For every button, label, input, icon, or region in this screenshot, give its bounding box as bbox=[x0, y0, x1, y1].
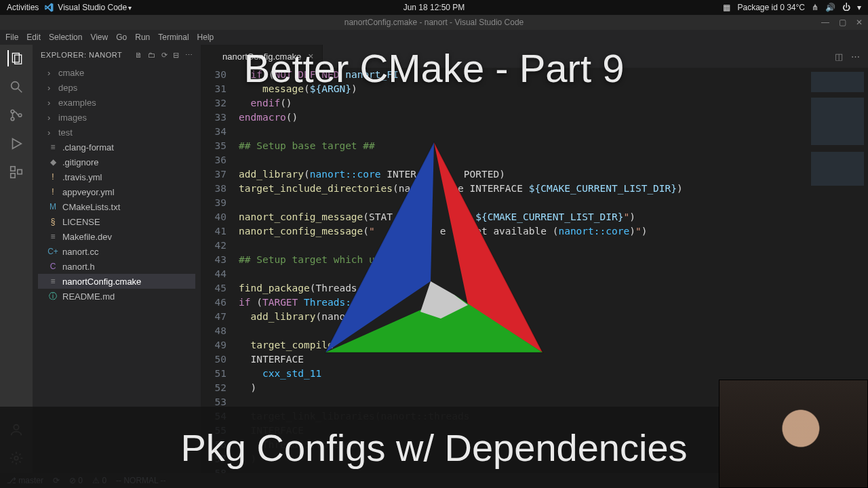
errors-indicator[interactable]: ⊘ 0 bbox=[69, 476, 83, 485]
menu-view[interactable]: View bbox=[90, 33, 108, 42]
split-editor-icon[interactable]: ◫ bbox=[835, 52, 843, 62]
window-title-text: nanortConfig.cmake - nanort - Visual Stu… bbox=[344, 18, 524, 27]
activity-explorer-icon[interactable] bbox=[7, 50, 24, 66]
new-folder-icon[interactable]: 🗀 bbox=[148, 51, 156, 60]
window-close-button[interactable]: ✕ bbox=[856, 18, 863, 27]
vim-mode-indicator: -- NORMAL -- bbox=[116, 476, 166, 485]
network-icon[interactable]: ⋔ bbox=[812, 3, 818, 12]
menu-bar[interactable]: FileEditSelectionViewGoRunTerminalHelp bbox=[0, 30, 868, 45]
editor-area: nanortConfig.cmake × ◫ ⋯ 303132333435363… bbox=[201, 45, 868, 473]
activity-run-debug-icon[interactable] bbox=[8, 136, 24, 152]
menu-selection[interactable]: Selection bbox=[49, 33, 82, 42]
code-editor[interactable]: 3031323334353637383940414243444546474849… bbox=[201, 68, 868, 473]
svg-marker-7 bbox=[13, 139, 22, 149]
collapse-all-icon[interactable]: ⊟ bbox=[173, 51, 180, 60]
active-app-menu[interactable]: Visual Studio Code bbox=[44, 3, 132, 12]
file-Makefile-dev[interactable]: ≡Makefile.dev bbox=[38, 229, 195, 244]
window-minimize-button[interactable]: — bbox=[821, 18, 829, 27]
system-menu-caret-icon[interactable]: ▾ bbox=[857, 3, 861, 12]
file-nanort-cc[interactable]: C+nanort.cc bbox=[38, 244, 195, 259]
svg-rect-10 bbox=[18, 169, 22, 174]
file--travis-yml[interactable]: !.travis.yml bbox=[38, 169, 195, 184]
activity-bar bbox=[0, 45, 33, 473]
tab-label: nanortConfig.cmake bbox=[222, 52, 301, 62]
window-title-bar: nanortConfig.cmake - nanort - Visual Stu… bbox=[0, 15, 868, 30]
tab-close-icon[interactable]: × bbox=[308, 51, 313, 62]
activity-settings-gear-icon[interactable] bbox=[8, 450, 24, 466]
status-bar: ⎇ master ⟳ ⊘ 0 ⚠ 0 -- NORMAL -- bbox=[0, 473, 868, 488]
code-content[interactable]: if (NOT DEFINED nanort_FI message(${ARGN… bbox=[239, 68, 807, 473]
file-nanort-h[interactable]: Cnanort.h bbox=[38, 259, 195, 274]
menu-terminal[interactable]: Terminal bbox=[158, 33, 189, 42]
activity-search-icon[interactable] bbox=[8, 79, 24, 95]
temperature-label: Package id 0 34°C bbox=[737, 3, 805, 12]
new-file-icon[interactable]: 🗎 bbox=[135, 51, 143, 60]
folder-cmake[interactable]: cmake bbox=[38, 65, 195, 80]
activity-source-control-icon[interactable] bbox=[8, 107, 24, 123]
svg-point-6 bbox=[18, 114, 22, 117]
line-number-gutter: 3031323334353637383940414243444546474849… bbox=[201, 68, 239, 473]
git-branch-indicator[interactable]: ⎇ master bbox=[7, 476, 43, 485]
folder-test[interactable]: test bbox=[38, 125, 195, 140]
file--gitignore[interactable]: ◆.gitignore bbox=[38, 155, 195, 169]
file-CMakeLists-txt[interactable]: MCMakeLists.txt bbox=[38, 199, 195, 214]
more-editor-actions-icon[interactable]: ⋯ bbox=[851, 52, 860, 62]
menu-help[interactable]: Help bbox=[197, 33, 214, 42]
main-area: EXPLORER: NANORT 🗎 🗀 ⟳ ⊟ ⋯ cmakedepsexam… bbox=[0, 45, 868, 473]
file-nanortConfig-cmake[interactable]: ≡nanortConfig.cmake bbox=[38, 274, 195, 289]
menu-run[interactable]: Run bbox=[135, 33, 150, 42]
svg-line-3 bbox=[18, 89, 22, 93]
sensor-icon: ▦ bbox=[723, 3, 730, 12]
explorer-title: EXPLORER: NANORT bbox=[41, 51, 122, 59]
file-appveyor-yml[interactable]: !appveyor.yml bbox=[38, 184, 195, 199]
menu-edit[interactable]: Edit bbox=[26, 33, 41, 42]
window-maximize-button[interactable]: ▢ bbox=[839, 18, 846, 27]
file-README-md[interactable]: ⓘREADME.md bbox=[38, 289, 195, 304]
tab-nanortconfig[interactable]: nanortConfig.cmake × bbox=[201, 45, 323, 68]
desktop-top-bar: Activities Visual Studio Code Jun 18 12:… bbox=[0, 0, 868, 15]
folder-deps[interactable]: deps bbox=[38, 80, 195, 95]
explorer-header: EXPLORER: NANORT 🗎 🗀 ⟳ ⊟ ⋯ bbox=[33, 45, 201, 65]
activity-extensions-icon[interactable] bbox=[8, 164, 24, 180]
refresh-icon[interactable]: ⟳ bbox=[161, 51, 168, 60]
menu-go[interactable]: Go bbox=[116, 33, 127, 42]
explorer-sidebar: EXPLORER: NANORT 🗎 🗀 ⟳ ⊟ ⋯ cmakedepsexam… bbox=[33, 45, 201, 473]
power-icon[interactable]: ⏻ bbox=[842, 3, 850, 12]
minimap[interactable] bbox=[807, 68, 868, 473]
warnings-indicator[interactable]: ⚠ 0 bbox=[92, 476, 106, 485]
file-LICENSE[interactable]: §LICENSE bbox=[38, 214, 195, 229]
volume-icon[interactable]: 🔊 bbox=[825, 3, 835, 12]
svg-point-11 bbox=[14, 425, 18, 430]
activity-accounts-icon[interactable] bbox=[8, 422, 24, 438]
vscode-icon bbox=[44, 3, 54, 12]
svg-point-2 bbox=[12, 82, 19, 89]
folder-examples[interactable]: examples bbox=[38, 95, 195, 110]
svg-point-5 bbox=[11, 117, 14, 121]
more-actions-icon[interactable]: ⋯ bbox=[185, 51, 193, 60]
desktop-clock[interactable]: Jun 18 12:50 PM bbox=[403, 3, 465, 12]
editor-tabs: nanortConfig.cmake × ◫ ⋯ bbox=[201, 45, 868, 68]
svg-point-4 bbox=[11, 110, 14, 113]
svg-point-12 bbox=[14, 456, 18, 460]
svg-rect-9 bbox=[11, 174, 15, 178]
folder-images[interactable]: images bbox=[38, 110, 195, 125]
activities-button[interactable]: Activities bbox=[7, 3, 39, 12]
file-tree: cmakedepsexamplesimagestest≡.clang-forma… bbox=[33, 65, 201, 304]
git-sync-icon[interactable]: ⟳ bbox=[53, 476, 60, 485]
svg-rect-8 bbox=[11, 167, 15, 171]
menu-file[interactable]: File bbox=[5, 33, 18, 42]
file--clang-format[interactable]: ≡.clang-format bbox=[38, 140, 195, 155]
